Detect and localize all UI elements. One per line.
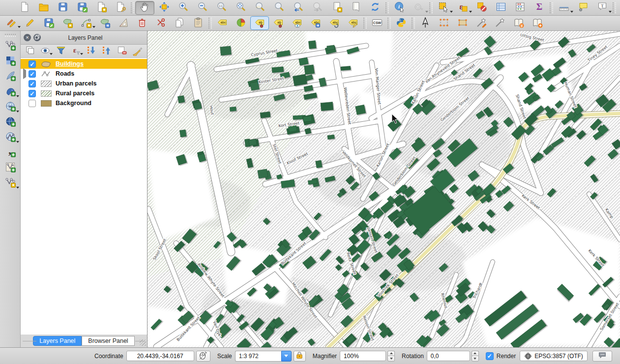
layer-visibility-checkbox[interactable]: ✓ xyxy=(29,70,36,78)
open-attribute-table-button[interactable] xyxy=(491,1,510,15)
layer-visibility-checkbox[interactable]: ✓ xyxy=(29,80,36,87)
dropdown-arrow-icon[interactable] xyxy=(16,111,19,112)
composer-manager-button[interactable] xyxy=(111,1,130,15)
deselect-all-button[interactable] xyxy=(472,1,491,15)
dropdown-arrow-icon[interactable] xyxy=(425,11,428,13)
remove-layer-group-button[interactable] xyxy=(115,45,129,57)
move-frame-content-button[interactable] xyxy=(453,16,472,30)
new-temporary-scratch-layer-button[interactable] xyxy=(1,175,19,191)
select-by-expression-button[interactable]: ε xyxy=(453,1,472,15)
panel-resize-grip[interactable] xyxy=(140,339,146,346)
show-bookmarks-button[interactable] xyxy=(346,1,365,15)
zoom-native-button[interactable]: 1:1 xyxy=(212,1,231,15)
delete-selected-button[interactable] xyxy=(133,16,151,30)
layer-visibility-checkbox[interactable] xyxy=(29,100,36,107)
save-project-as-button[interactable] xyxy=(72,1,91,15)
layer-diagram-options-button[interactable] xyxy=(232,16,250,30)
open-project-button[interactable] xyxy=(34,1,53,15)
coordinate-input[interactable]: 20.4439,-34.0167 xyxy=(126,351,194,361)
paste-features-button[interactable] xyxy=(189,16,207,30)
float-panel-button[interactable] xyxy=(33,34,41,41)
update-current-style-button[interactable] xyxy=(130,45,144,57)
filter-legend-by-map-content-button[interactable] xyxy=(54,45,68,57)
field-calculator-button[interactable] xyxy=(510,1,530,15)
layer-row-background[interactable]: Background xyxy=(21,98,147,108)
select-features-button[interactable] xyxy=(434,1,453,15)
layer-row-buildings[interactable]: ✓Buildings xyxy=(21,59,147,69)
dropdown-arrow-icon[interactable] xyxy=(50,53,53,55)
highlight-pinned-labels-button[interactable]: ab xyxy=(269,16,288,30)
add-wfs-layer-button[interactable] xyxy=(1,130,19,145)
cut-features-button[interactable] xyxy=(151,16,170,30)
node-tool-button[interactable] xyxy=(114,16,133,30)
toggle-editing-button[interactable] xyxy=(21,16,39,30)
change-label-button[interactable]: abc xyxy=(344,16,362,30)
layer-labeling-options-button[interactable]: abc xyxy=(213,16,232,30)
messages-button[interactable] xyxy=(592,351,612,362)
layer-row-rural-parcels[interactable]: ✓Rural parcels xyxy=(21,88,147,98)
crs-status-button[interactable]: EPSG:3857 (OTF) xyxy=(520,351,588,361)
new-shapefile-layer-button[interactable] xyxy=(1,160,19,175)
save-layer-edits-button[interactable] xyxy=(39,16,58,30)
scale-lock-button[interactable] xyxy=(294,351,306,362)
manage-layer-visibility-button[interactable] xyxy=(39,45,53,57)
add-delimited-text-layer-button[interactable]: , xyxy=(1,145,19,160)
map-image[interactable]: Cyprus StreetKoster StreetKort StreetHou… xyxy=(148,31,620,347)
add-wcs-layer-button[interactable] xyxy=(1,114,19,130)
add-postgis-layer-button[interactable] xyxy=(1,84,19,99)
mouse-position-toggle-button[interactable] xyxy=(196,351,210,362)
new-bookmark-button[interactable] xyxy=(327,1,346,15)
add-vector-layer-button[interactable] xyxy=(1,38,19,54)
scale-dropdown-arrow[interactable] xyxy=(281,351,292,362)
save-project-button[interactable] xyxy=(53,1,72,15)
collapse-all-button[interactable] xyxy=(100,45,114,57)
tab-browser-panel[interactable]: Browser Panel xyxy=(82,336,134,346)
rotation-stepper[interactable] xyxy=(472,351,479,362)
python-console-button[interactable] xyxy=(392,16,411,30)
zoom-to-selection-button[interactable] xyxy=(269,1,289,15)
show-hide-labels-button[interactable]: abc xyxy=(288,16,306,30)
rotation-input[interactable]: 0,0 xyxy=(427,351,470,361)
tab-layers-panel[interactable]: Layers Panel xyxy=(33,336,82,346)
close-panel-button[interactable]: × xyxy=(24,34,31,41)
zoom-full-button[interactable] xyxy=(231,1,250,15)
annotation-arrow-button[interactable] xyxy=(416,16,435,30)
wand-run-button[interactable] xyxy=(491,16,509,30)
magnifier-input[interactable]: 100% xyxy=(340,351,386,361)
layer-row-urban-parcels[interactable]: ✓Urban parcels xyxy=(21,79,147,88)
refresh-map-button[interactable] xyxy=(365,1,384,15)
dropdown-arrow-icon[interactable] xyxy=(609,11,612,13)
pan-map-button[interactable] xyxy=(135,1,154,15)
layer-row-roads[interactable]: ✓Roads xyxy=(21,69,147,79)
rotate-label-button[interactable]: abc xyxy=(325,16,344,30)
new-print-composer-button[interactable] xyxy=(91,1,111,15)
dropdown-arrow-icon[interactable] xyxy=(80,53,83,55)
add-circular-string-button[interactable] xyxy=(77,16,95,30)
magnifier-stepper[interactable] xyxy=(387,351,395,362)
identify-features-button[interactable]: i xyxy=(390,1,409,15)
layer-visibility-checkbox[interactable]: ✓ xyxy=(29,60,36,68)
add-feature-button[interactable] xyxy=(58,16,77,30)
zoom-last-button[interactable] xyxy=(289,1,308,15)
filter-legend-by-expression-button[interactable]: ε xyxy=(69,45,83,57)
dropdown-arrow-icon[interactable] xyxy=(16,141,19,143)
map-tips-button[interactable] xyxy=(573,1,592,15)
new-project-button[interactable] xyxy=(15,1,34,15)
dropdown-arrow-icon[interactable] xyxy=(16,187,19,189)
text-annotation-button[interactable]: T xyxy=(592,1,612,15)
zoom-out-button[interactable] xyxy=(193,1,212,15)
render-checkbox[interactable]: ✓ xyxy=(486,352,494,360)
pin-unpin-labels-button[interactable]: ab xyxy=(250,16,269,30)
pan-to-selection-button[interactable] xyxy=(154,1,174,15)
map-canvas[interactable]: Cyprus StreetKoster StreetKort StreetHou… xyxy=(148,31,620,347)
csw-metasearch-button[interactable]: CSW xyxy=(368,16,386,30)
statistical-summary-button[interactable]: Σ xyxy=(530,1,549,15)
atlas-export-button[interactable] xyxy=(509,16,528,30)
wand-edit-button[interactable] xyxy=(472,16,491,30)
add-spatialite-layer-button[interactable] xyxy=(1,69,19,84)
scale-combo[interactable]: 1:3 972 xyxy=(235,351,292,362)
atlas-add-button[interactable] xyxy=(528,16,547,30)
copy-features-button[interactable] xyxy=(170,16,189,30)
measure-line-button[interactable] xyxy=(554,1,573,15)
layer-visibility-checkbox[interactable]: ✓ xyxy=(29,90,36,97)
